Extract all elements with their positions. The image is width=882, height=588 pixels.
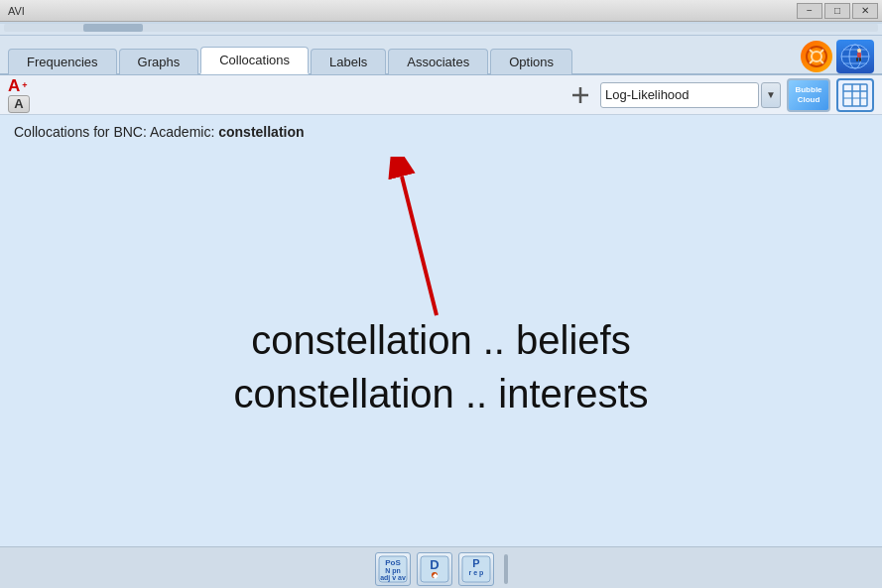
collocation-subtitle: Collocations for BNC: Academic: constell… — [14, 124, 305, 140]
prep-button[interactable]: P r e p — [458, 552, 494, 586]
help-icons — [801, 40, 874, 73]
minimize-button[interactable]: − — [797, 3, 822, 19]
status-separator — [504, 554, 508, 584]
svg-line-23 — [402, 176, 437, 315]
toolbar: A + A Log-Likeliho — [0, 75, 882, 115]
svg-text:PoS: PoS — [385, 558, 401, 567]
svg-point-11 — [857, 49, 861, 53]
main-content: Collocations for BNC: Academic: constell… — [0, 115, 882, 588]
font-increase-row: A + — [8, 77, 28, 94]
svg-text:adj v av: adj v av — [380, 574, 406, 582]
font-size-controls: A + A — [8, 77, 30, 113]
svg-rect-13 — [856, 58, 858, 61]
tab-options[interactable]: Options — [490, 49, 572, 74]
svg-rect-17 — [843, 84, 867, 106]
svg-text:D: D — [430, 557, 439, 572]
bubble-cloud-button[interactable]: BubbleCloud — [787, 78, 830, 112]
arrow-indicator — [387, 157, 456, 329]
tab-graphs[interactable]: Graphs — [119, 49, 199, 74]
keyword: constellation — [218, 124, 304, 140]
svg-text:P: P — [472, 557, 479, 569]
titlebar: AVI − □ ✕ — [0, 0, 882, 22]
font-large-icon: A — [8, 77, 20, 94]
measure-dropdown-container: Log-Likelihood MI t-score Dice ▼ — [600, 82, 781, 108]
dropdown-arrow-button[interactable]: ▼ — [761, 82, 781, 108]
svg-text:r e p: r e p — [468, 569, 483, 577]
dict-button[interactable]: D ◆ — [417, 552, 452, 586]
font-plus-icon: + — [22, 80, 27, 90]
collocations-display: constellation .. beliefs constellation .… — [0, 313, 882, 420]
collocation-line-1: constellation .. beliefs — [0, 313, 882, 367]
app-title: AVI — [4, 5, 25, 17]
scrollbar-track — [4, 24, 878, 32]
tab-frequencies[interactable]: Frequencies — [8, 49, 117, 74]
tab-labels[interactable]: Labels — [311, 49, 386, 74]
svg-rect-14 — [859, 58, 861, 61]
font-decrease-button[interactable]: A — [8, 95, 30, 113]
pos-tagger-button[interactable]: PoS N pn adj v av — [375, 552, 411, 586]
horizontal-scrollbar[interactable] — [0, 24, 882, 36]
maximize-button[interactable]: □ — [824, 3, 850, 19]
window-controls: − □ ✕ — [797, 3, 878, 19]
tab-collocations[interactable]: Collocations — [200, 47, 309, 74]
table-view-button[interactable] — [836, 78, 874, 112]
table-icon — [841, 82, 869, 108]
svg-rect-12 — [857, 53, 861, 58]
statusbar: PoS N pn adj v av D ◆ P r e p — [0, 546, 882, 588]
add-collocation-button[interactable] — [567, 81, 594, 109]
help-globe-button[interactable] — [836, 40, 874, 73]
collocation-line-2: constellation .. interests — [0, 367, 882, 420]
font-btn-row: A — [8, 95, 30, 113]
tabbar: Frequencies Graphs Collocations Labels A… — [0, 36, 882, 75]
scrollbar-thumb[interactable] — [83, 24, 143, 32]
measure-dropdown[interactable]: Log-Likelihood MI t-score Dice — [600, 82, 759, 108]
tab-associates[interactable]: Associates — [388, 49, 488, 74]
collocation-header-area: Collocations for BNC: Academic: constell… — [0, 115, 882, 149]
close-button[interactable]: ✕ — [852, 3, 878, 19]
help-lifebuoy-button[interactable] — [801, 41, 832, 72]
svg-text:◆: ◆ — [431, 572, 438, 579]
